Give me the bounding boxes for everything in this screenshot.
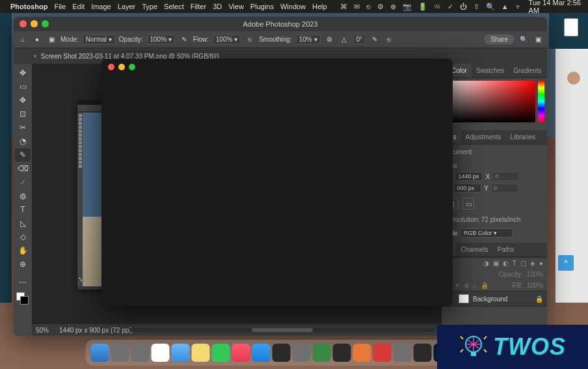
- menu-window[interactable]: Window: [280, 3, 306, 10]
- dock-finder-icon[interactable]: [91, 344, 109, 362]
- layer-lock-icon[interactable]: 🔒: [535, 295, 543, 303]
- menu-file[interactable]: File: [54, 3, 66, 10]
- opacity-input[interactable]: 100% ▾: [147, 34, 175, 44]
- color-swatches-icon[interactable]: [16, 292, 29, 305]
- photoshop-titlebar[interactable]: Adobe Photoshop 2023: [14, 17, 547, 31]
- eraser-tool-icon[interactable]: ⌫: [15, 162, 31, 175]
- crop-tool-icon[interactable]: ✂: [15, 121, 31, 134]
- minimize-icon[interactable]: [118, 64, 125, 70]
- layer-filter-icon[interactable]: ◈: [530, 260, 535, 267]
- status-icon[interactable]: ⚙: [377, 3, 384, 11]
- hand-tool-icon[interactable]: ✋: [15, 244, 31, 257]
- dock-appstore-icon[interactable]: [252, 344, 271, 362]
- layer-filter-toggle-icon[interactable]: ●: [539, 260, 543, 267]
- blur-tool-icon[interactable]: ◍: [15, 189, 31, 202]
- menu-view[interactable]: View: [228, 3, 244, 10]
- status-icon[interactable]: 🔍: [486, 3, 495, 11]
- hue-slider[interactable]: [538, 81, 544, 122]
- layer-opacity-value[interactable]: 100%: [526, 271, 543, 278]
- menu-edit[interactable]: Edit: [72, 3, 85, 10]
- status-icon[interactable]: ᯾: [434, 3, 441, 10]
- search-icon[interactable]: 🔍: [518, 34, 529, 45]
- status-icon[interactable]: ⌘: [340, 3, 347, 11]
- dock-messages-icon[interactable]: [212, 344, 230, 362]
- zoom-tool-icon[interactable]: ⊕: [15, 258, 31, 271]
- maximize-icon[interactable]: [129, 64, 135, 70]
- layer-row[interactable]: 👁 Background 🔒: [442, 291, 547, 307]
- lock-icon[interactable]: 🔒: [481, 282, 488, 289]
- avatar[interactable]: [567, 72, 580, 85]
- layer-filter-icon[interactable]: T: [513, 260, 516, 267]
- x-input[interactable]: 0: [492, 172, 520, 181]
- document-dimensions[interactable]: 1440 px x 900 px (72 ppi): [59, 327, 133, 334]
- status-icon[interactable]: ▲: [501, 3, 509, 10]
- status-icon[interactable]: ⎋: [366, 3, 371, 10]
- pressure-size-icon[interactable]: ✎: [369, 34, 380, 45]
- dock-terminal-icon[interactable]: [273, 344, 291, 362]
- close-tab-icon[interactable]: ×: [33, 53, 37, 60]
- move-tool-icon[interactable]: ✥: [15, 66, 31, 79]
- layer-filter-icon[interactable]: ◐: [503, 260, 509, 267]
- dock-mail-icon[interactable]: [172, 344, 190, 362]
- layer-filter-icon[interactable]: ◑: [483, 260, 489, 267]
- gradient-tool-icon[interactable]: ⟋: [15, 176, 31, 189]
- workspace-icon[interactable]: ▣: [533, 34, 543, 45]
- close-icon[interactable]: [108, 64, 114, 70]
- home-icon[interactable]: ⌂: [18, 34, 28, 45]
- share-button[interactable]: Share: [484, 34, 514, 44]
- pressure-opacity-icon[interactable]: ✎: [179, 34, 189, 45]
- dock-screenshot-icon[interactable]: [394, 344, 412, 362]
- menu-3d[interactable]: 3D: [213, 3, 222, 10]
- pen-tool-icon[interactable]: ◺: [15, 217, 31, 230]
- status-icon[interactable]: ⇧: [474, 3, 479, 11]
- eyedropper-tool-icon[interactable]: ◔: [15, 135, 31, 148]
- width-input[interactable]: 1440 px: [455, 172, 483, 181]
- dock-app-icon[interactable]: [313, 344, 331, 362]
- airbrush-icon[interactable]: ⎋: [245, 34, 255, 45]
- angle-input[interactable]: 0°: [353, 34, 366, 44]
- brush-preset-icon[interactable]: ●: [32, 34, 42, 45]
- selection-tool-icon[interactable]: ⊡: [15, 107, 31, 120]
- dock-launchpad-icon[interactable]: [111, 344, 129, 362]
- tab-gradients[interactable]: Gradients: [509, 64, 546, 77]
- menu-image[interactable]: Image: [91, 3, 111, 10]
- status-icon[interactable]: ✓: [448, 3, 453, 11]
- colormode-select[interactable]: RGB Color ▾: [461, 228, 513, 238]
- tab-libraries[interactable]: Libraries: [506, 130, 540, 144]
- marquee-tool-icon[interactable]: ▭: [15, 80, 31, 93]
- flow-input[interactable]: 100% ▾: [213, 34, 241, 44]
- y-input[interactable]: 0: [491, 184, 518, 193]
- tab-channels[interactable]: Channels: [456, 243, 492, 256]
- status-icon[interactable]: ✉: [354, 3, 360, 11]
- status-icon[interactable]: ⏻: [460, 3, 467, 10]
- lock-icon[interactable]: ✦: [455, 282, 460, 289]
- brush-settings-icon[interactable]: ▣: [46, 34, 57, 45]
- terminal-window[interactable]: [101, 59, 453, 306]
- symmetry-icon[interactable]: ⎋: [384, 34, 394, 45]
- menubar-clock[interactable]: Tue 14 Mar 2:56 AM: [529, 0, 583, 14]
- color-spectrum[interactable]: [444, 81, 535, 122]
- tab-swatches[interactable]: Swatches: [472, 64, 509, 77]
- dock-app-icon[interactable]: [373, 344, 392, 362]
- zoom-level[interactable]: 50%: [36, 327, 49, 334]
- tab-paths[interactable]: Paths: [493, 243, 519, 256]
- tab-adjustments[interactable]: Adjustments: [461, 130, 506, 144]
- wifi-icon[interactable]: ᯤ: [515, 3, 522, 10]
- layer-thumbnail[interactable]: [459, 294, 469, 303]
- menu-plugins[interactable]: Plugins: [250, 3, 274, 10]
- orientation-landscape-icon[interactable]: ▭: [462, 198, 474, 210]
- status-icon[interactable]: 🔋: [418, 3, 427, 11]
- height-input[interactable]: 900 px: [454, 184, 481, 193]
- smoothing-input[interactable]: 10% ▾: [296, 34, 321, 44]
- layer-filter-icon[interactable]: ▣: [493, 260, 499, 267]
- dock-calendar-icon[interactable]: [152, 344, 170, 362]
- layer-filter-icon[interactable]: ▢: [520, 260, 526, 267]
- menubar-app-name[interactable]: Photoshop: [10, 3, 47, 10]
- dock-music-icon[interactable]: [232, 344, 250, 362]
- dock-settings-icon[interactable]: [131, 344, 150, 362]
- layer-fill-value[interactable]: 100%: [526, 282, 543, 289]
- lock-icon[interactable]: ⊕: [464, 282, 469, 289]
- edit-toolbar-icon[interactable]: ⋯: [15, 276, 31, 289]
- horizontal-scrollbar[interactable]: [129, 328, 435, 332]
- desktop-file-icon[interactable]: [564, 18, 578, 36]
